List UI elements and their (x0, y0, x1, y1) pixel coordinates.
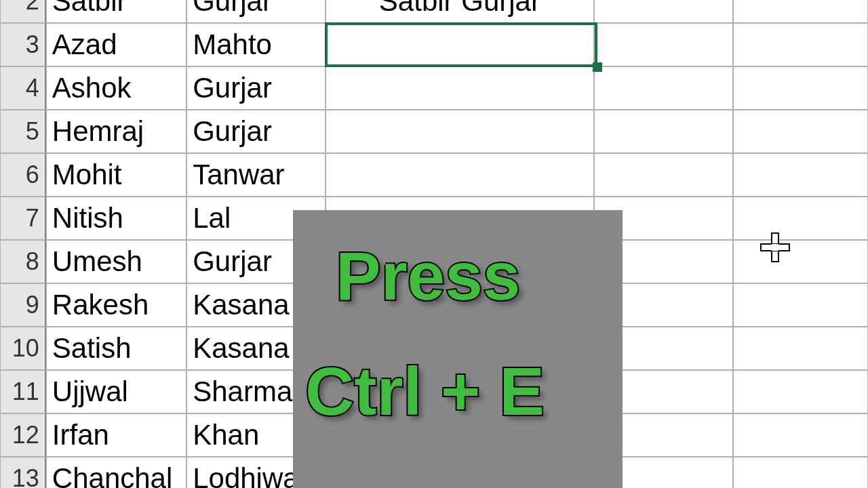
row-header[interactable]: 13 (0, 457, 46, 488)
cell[interactable] (326, 66, 595, 110)
cell[interactable]: Ujjwal (46, 370, 186, 413)
cell[interactable] (594, 153, 732, 197)
cell[interactable]: Mahto (186, 23, 325, 66)
table-row: 6 Mohit Tanwar (0, 153, 868, 197)
cell[interactable]: Mohit (46, 153, 186, 197)
cell[interactable]: Satbir (46, 0, 186, 23)
cell[interactable]: Tanwar (186, 153, 325, 197)
table-row: 5 Hemraj Gurjar (0, 110, 868, 153)
cell-selected[interactable] (326, 23, 595, 66)
cell[interactable]: Gurjar (186, 66, 325, 110)
cursor-cross-icon (758, 230, 792, 267)
cell[interactable]: Rakesh (46, 283, 186, 327)
cell[interactable]: Satbir Gurjar (326, 0, 595, 23)
cell[interactable] (733, 457, 868, 488)
cell[interactable] (733, 0, 868, 23)
cell[interactable] (594, 0, 732, 23)
row-header[interactable]: 11 (0, 370, 46, 413)
cell[interactable]: Chanchal (46, 457, 186, 488)
cell[interactable] (594, 23, 732, 66)
table-row: 4 Ashok Gurjar (0, 66, 868, 110)
cell[interactable]: Nitish (46, 197, 186, 240)
cell[interactable] (326, 110, 595, 153)
cell[interactable] (733, 153, 868, 197)
cell[interactable]: Gurjar (186, 0, 325, 23)
cell[interactable] (733, 66, 868, 110)
row-header[interactable]: 10 (0, 327, 46, 370)
cell[interactable] (733, 23, 868, 66)
cell[interactable] (733, 197, 868, 240)
cell[interactable]: Umesh (46, 240, 186, 283)
cell[interactable] (326, 153, 595, 197)
cell[interactable]: Azad (46, 23, 186, 66)
row-header[interactable]: 6 (0, 153, 46, 197)
cell[interactable] (733, 283, 868, 327)
cell[interactable]: Ashok (46, 66, 186, 110)
cell[interactable] (733, 370, 868, 413)
table-row: 3 Azad Mahto (0, 23, 868, 66)
fill-handle[interactable] (593, 62, 602, 72)
row-header[interactable]: 5 (0, 110, 46, 153)
overlay-text-line1: Press (336, 237, 520, 315)
cell[interactable]: Satish (46, 327, 186, 370)
row-header[interactable]: 4 (0, 66, 46, 110)
cell[interactable]: Gurjar (186, 110, 325, 153)
cell[interactable] (733, 110, 868, 153)
cell[interactable]: Hemraj (46, 110, 186, 153)
row-header[interactable]: 9 (0, 283, 46, 327)
row-header[interactable]: 7 (0, 197, 46, 240)
row-header[interactable]: 12 (0, 413, 46, 457)
svg-rect-2 (772, 244, 778, 251)
overlay-text-line2: Ctrl + E (305, 352, 545, 430)
cell[interactable] (594, 110, 732, 153)
table-row: 2 Satbir Gurjar Satbir Gurjar (0, 0, 868, 23)
row-header[interactable]: 8 (0, 240, 46, 283)
cell[interactable] (733, 413, 868, 457)
row-header[interactable]: 2 (0, 0, 46, 23)
cell[interactable] (733, 240, 868, 283)
cell[interactable] (733, 327, 868, 370)
row-header[interactable]: 3 (0, 23, 46, 66)
cell[interactable]: Irfan (46, 413, 186, 457)
cell[interactable] (594, 66, 732, 110)
